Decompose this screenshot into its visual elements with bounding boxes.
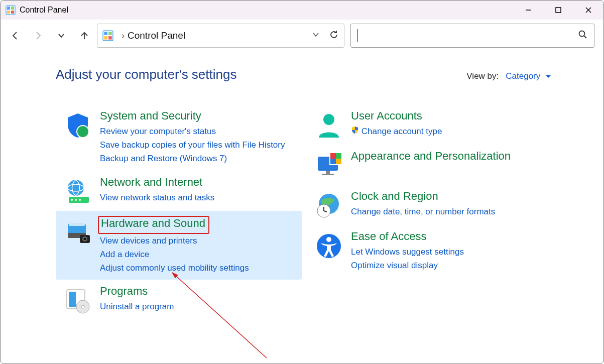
sub-link[interactable]: Save backup copies of your files with Fi… xyxy=(100,138,302,152)
programs-disc-icon xyxy=(56,285,100,315)
svg-point-21 xyxy=(71,199,73,201)
breadcrumb[interactable]: Control Panel xyxy=(128,30,185,41)
accessibility-icon xyxy=(307,230,351,260)
svg-rect-3 xyxy=(7,11,10,14)
sub-link-text: Change account type xyxy=(361,127,442,136)
window-title: Control Panel xyxy=(20,6,68,15)
sub-link[interactable]: Uninstall a program xyxy=(100,300,302,313)
shield-icon xyxy=(56,109,100,140)
recent-dropdown[interactable] xyxy=(56,30,67,41)
svg-rect-25 xyxy=(69,223,85,226)
svg-rect-31 xyxy=(69,292,76,307)
svg-rect-37 xyxy=(322,174,334,175)
page-title: Adjust your computer's settings xyxy=(56,67,236,82)
control-panel-icon xyxy=(6,5,16,15)
search-input[interactable] xyxy=(357,30,578,41)
category-title[interactable]: Appearance and Personalization xyxy=(351,150,553,163)
toolbar: › Control Panel xyxy=(1,20,603,52)
svg-rect-2 xyxy=(11,7,14,10)
sub-link[interactable]: Adjust commonly used mobility settings xyxy=(100,261,302,275)
uac-shield-icon xyxy=(351,127,361,136)
svg-point-34 xyxy=(323,114,334,125)
view-by: View by: Category xyxy=(466,71,583,81)
svg-rect-41 xyxy=(336,159,342,165)
category-title[interactable]: Ease of Access xyxy=(351,230,553,243)
forward-button[interactable] xyxy=(33,30,44,41)
globe-modem-icon xyxy=(56,176,100,206)
svg-rect-12 xyxy=(104,36,107,40)
display-grid-icon xyxy=(307,150,351,180)
svg-rect-11 xyxy=(108,32,112,35)
titlebar: Control Panel xyxy=(1,1,603,20)
svg-point-23 xyxy=(79,199,81,201)
sub-link[interactable]: Add a device xyxy=(100,248,302,261)
svg-rect-13 xyxy=(108,36,112,40)
category-ease-access[interactable]: Ease of Access Let Windows suggest setti… xyxy=(307,225,553,277)
svg-point-22 xyxy=(75,199,77,201)
svg-rect-38 xyxy=(330,153,336,159)
refresh-button[interactable] xyxy=(329,30,339,42)
svg-point-29 xyxy=(84,237,86,240)
category-hardware-sound[interactable]: Hardware and Sound View devices and prin… xyxy=(56,211,302,280)
svg-rect-6 xyxy=(556,8,561,13)
view-by-value: Category xyxy=(506,71,540,81)
category-title[interactable]: Hardware and Sound xyxy=(101,217,205,230)
maximize-button[interactable] xyxy=(543,1,573,20)
globe-clock-icon xyxy=(307,190,351,220)
search-icon[interactable] xyxy=(578,30,588,42)
sub-link[interactable]: View devices and printers xyxy=(100,234,302,248)
view-by-dropdown[interactable]: Category xyxy=(506,71,551,81)
sub-link[interactable]: Change date, time, or number formats xyxy=(351,205,553,218)
chevron-right-icon[interactable]: › xyxy=(122,31,125,41)
close-button[interactable] xyxy=(573,1,603,20)
svg-point-18 xyxy=(68,180,84,196)
sub-link[interactable]: Let Windows suggest settings xyxy=(351,245,553,259)
category-user-accounts[interactable]: User Accounts Change account type xyxy=(307,104,553,145)
svg-rect-10 xyxy=(104,32,107,35)
address-bar[interactable]: › Control Panel xyxy=(97,24,344,48)
svg-point-48 xyxy=(326,237,331,242)
svg-rect-40 xyxy=(330,159,336,165)
category-columns: System and Security Review your computer… xyxy=(56,104,583,320)
person-icon xyxy=(307,109,351,140)
category-title[interactable]: System and Security xyxy=(100,109,302,123)
chevron-down-icon xyxy=(546,75,551,78)
printer-camera-icon xyxy=(56,216,100,246)
sub-link[interactable]: Review your computer's status xyxy=(100,125,302,138)
sub-link[interactable]: Optimize visual display xyxy=(351,259,553,272)
chevron-down-icon[interactable] xyxy=(312,31,320,41)
svg-point-33 xyxy=(81,305,84,308)
category-system-security[interactable]: System and Security Review your computer… xyxy=(56,104,302,171)
svg-rect-1 xyxy=(7,7,10,10)
window-controls xyxy=(513,1,603,20)
sub-link[interactable]: View network status and tasks xyxy=(100,191,302,204)
sub-link[interactable]: Backup and Restore (Windows 7) xyxy=(100,152,302,165)
search-box[interactable] xyxy=(350,24,594,48)
minimize-button[interactable] xyxy=(513,1,543,20)
category-programs[interactable]: Programs Uninstall a program xyxy=(56,280,302,320)
svg-rect-36 xyxy=(326,171,330,174)
category-title[interactable]: User Accounts xyxy=(351,109,553,123)
category-appearance[interactable]: Appearance and Personalization xyxy=(307,145,553,185)
category-title[interactable]: Clock and Region xyxy=(351,190,553,203)
view-by-label: View by: xyxy=(466,71,499,81)
annotation-red-box: Hardware and Sound xyxy=(98,216,209,234)
category-title[interactable]: Programs xyxy=(100,285,302,298)
svg-point-14 xyxy=(579,31,585,37)
back-button[interactable] xyxy=(10,30,21,41)
category-title[interactable]: Network and Internet xyxy=(100,176,302,189)
sub-link[interactable]: Change account type xyxy=(351,125,553,138)
svg-rect-39 xyxy=(336,153,342,159)
up-button[interactable] xyxy=(79,30,90,41)
category-clock-region[interactable]: Clock and Region Change date, time, or n… xyxy=(307,185,553,225)
left-column: System and Security Review your computer… xyxy=(56,104,302,320)
nav-buttons xyxy=(10,30,97,41)
svg-line-15 xyxy=(584,36,587,39)
svg-rect-4 xyxy=(11,11,14,14)
header-row: Adjust your computer's settings View by:… xyxy=(56,67,583,82)
category-network[interactable]: Network and Internet View network status… xyxy=(56,171,302,211)
right-column: User Accounts Change account type xyxy=(307,104,553,320)
control-panel-icon xyxy=(102,30,113,41)
content-body: Adjust your computer's settings View by:… xyxy=(1,52,603,320)
control-panel-window: Control Panel xyxy=(0,0,604,364)
